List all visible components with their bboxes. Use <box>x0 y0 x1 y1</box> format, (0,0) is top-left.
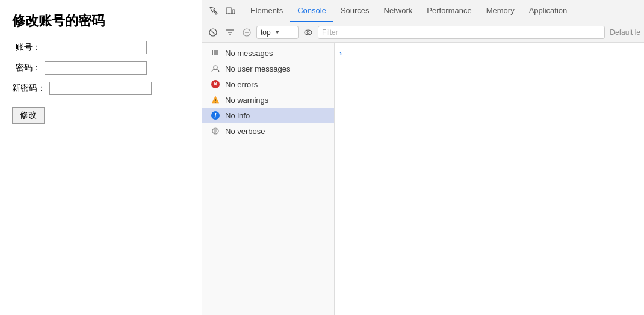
context-select[interactable]: top ▼ <box>256 26 299 39</box>
filter-user-messages[interactable]: No user messages <box>202 61 334 76</box>
filter-input[interactable] <box>318 26 605 39</box>
filter-verbose[interactable]: No verbose <box>202 123 334 139</box>
chevron-down-icon: ▼ <box>274 29 280 35</box>
console-main: › <box>335 43 644 315</box>
tab-elements[interactable]: Elements <box>243 0 290 22</box>
verbose-icon <box>211 126 220 136</box>
list-icon <box>211 48 220 58</box>
svg-point-17 <box>212 54 213 55</box>
filter-errors[interactable]: No errors <box>202 76 334 92</box>
filter-warnings-label: No warnings <box>225 96 268 105</box>
stop-icon-button[interactable] <box>240 25 254 40</box>
new-password-row: 新密码： <box>12 82 190 95</box>
clear-console-button[interactable] <box>206 25 220 40</box>
devtools-topbar: Elements Console Sources Network Perform… <box>202 0 644 22</box>
devtools-body: No messages No user messages No errors <box>202 43 644 315</box>
webpage-panel: 修改账号的密码 账号： 密码： 新密码： 修改 <box>0 0 202 315</box>
default-levels-label: Default le <box>610 28 640 37</box>
info-icon <box>211 111 220 120</box>
tab-performance[interactable]: Performance <box>420 0 478 22</box>
tab-network[interactable]: Network <box>377 0 420 22</box>
new-password-label: 新密码： <box>12 83 46 94</box>
account-input[interactable] <box>45 41 147 54</box>
svg-point-18 <box>214 66 217 69</box>
warning-icon <box>211 95 220 105</box>
filter-info-label: No info <box>225 111 250 120</box>
svg-point-11 <box>307 31 309 34</box>
eye-icon-button[interactable] <box>301 25 315 40</box>
filter-messages-label: No messages <box>225 49 273 58</box>
submit-button[interactable]: 修改 <box>12 107 45 124</box>
device-icon[interactable] <box>223 3 238 19</box>
account-row: 账号： <box>12 41 190 54</box>
page-title: 修改账号的密码 <box>12 12 190 30</box>
filter-messages[interactable]: No messages <box>202 45 334 61</box>
new-password-input[interactable] <box>49 82 152 95</box>
password-input[interactable] <box>45 61 147 75</box>
svg-point-21 <box>215 102 216 103</box>
context-label: top <box>261 28 271 37</box>
tab-console[interactable]: Console <box>290 0 333 22</box>
submit-row: 修改 <box>12 102 190 124</box>
svg-point-15 <box>212 50 213 52</box>
password-row: 密码： <box>12 61 190 75</box>
devtools-tabs: Elements Console Sources Network Perform… <box>243 0 574 22</box>
inspector-icon[interactable] <box>206 3 221 19</box>
filter-user-messages-label: No user messages <box>225 64 290 73</box>
user-icon <box>211 64 220 73</box>
svg-rect-0 <box>226 8 232 14</box>
tab-application[interactable]: Application <box>522 0 575 22</box>
console-sidebar: No messages No user messages No errors <box>202 43 335 315</box>
svg-rect-1 <box>232 10 235 14</box>
password-label: 密码： <box>12 63 41 73</box>
filter-toggle-button[interactable] <box>223 25 237 40</box>
devtools-toolbar: top ▼ Default le <box>202 22 644 43</box>
svg-point-10 <box>305 30 312 35</box>
tab-memory[interactable]: Memory <box>479 0 522 22</box>
filter-info[interactable]: No info <box>202 108 334 123</box>
filter-warnings[interactable]: No warnings <box>202 92 334 108</box>
devtools-panel: Elements Console Sources Network Perform… <box>202 0 644 315</box>
svg-line-4 <box>211 31 215 34</box>
filter-errors-label: No errors <box>225 80 258 89</box>
filter-verbose-label: No verbose <box>225 127 265 136</box>
console-arrow: › <box>339 49 639 58</box>
account-label: 账号： <box>12 42 41 53</box>
tab-sources[interactable]: Sources <box>333 0 377 22</box>
error-icon <box>211 79 220 89</box>
svg-point-16 <box>212 52 213 54</box>
